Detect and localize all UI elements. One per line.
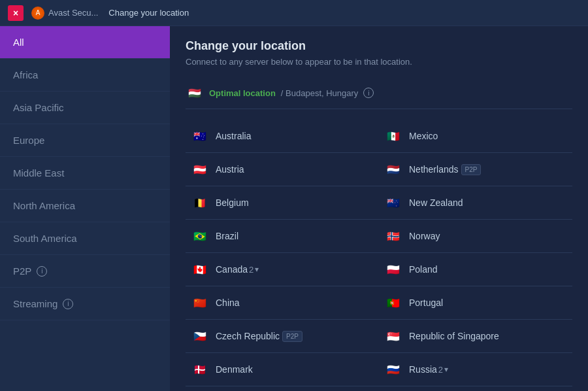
sidebar-item-all[interactable]: All [0, 26, 170, 59]
p2p-badge-czech-republic: P2P [282, 331, 302, 342]
location-item-czech-republic[interactable]: 🇨🇿Czech RepublicP2P [186, 320, 379, 353]
flag-austria: 🇦🇹 [191, 160, 209, 178]
sidebar-item-africa[interactable]: Africa [0, 59, 170, 92]
locations-grid: 🇦🇺Australia🇲🇽Mexico🇦🇹Austria🇳🇱Netherland… [186, 120, 572, 391]
location-name-row-czech-republic: Czech RepublicP2P [216, 331, 302, 342]
location-item-mexico[interactable]: 🇲🇽Mexico [379, 120, 572, 153]
flag-netherlands: 🇳🇱 [384, 160, 402, 178]
flag-denmark: 🇩🇰 [191, 360, 209, 379]
location-name-row-russia: Russia2 ▾ [409, 364, 448, 375]
location-item-portugal[interactable]: 🇵🇹Portugal [379, 286, 572, 320]
location-name-row-norway: Norway [409, 231, 440, 241]
sidebar-item-europe[interactable]: Europe [0, 124, 170, 157]
flag-poland: 🇵🇱 [384, 260, 402, 279]
flag-new-zealand: 🇳🇿 [384, 194, 402, 212]
location-item-belgium[interactable]: 🇧🇪Belgium [186, 186, 379, 220]
location-name-brazil: Brazil [216, 231, 238, 241]
location-name-singapore: Republic of Singapore [409, 331, 499, 341]
optimal-location-text: / Budapest, Hungary [281, 88, 359, 98]
location-name-row-canada: Canada2 ▾ [216, 264, 259, 275]
location-name-mexico: Mexico [409, 131, 438, 141]
location-name-row-singapore: Republic of Singapore [409, 331, 499, 341]
flag-singapore: 🇸🇬 [384, 327, 402, 345]
location-item-canada[interactable]: 🇨🇦Canada2 ▾ [186, 253, 379, 286]
location-name-row-belgium: Belgium [216, 197, 249, 208]
location-name-czech-republic: Czech Republic [216, 331, 280, 341]
sidebar-label-africa: Africa [13, 69, 38, 80]
location-name-row-china: China [216, 298, 240, 308]
location-name-row-portugal: Portugal [409, 298, 443, 308]
flag-china: 🇨🇳 [191, 294, 209, 312]
count-russia: 2 [438, 365, 443, 375]
location-item-singapore[interactable]: 🇸🇬Republic of Singapore [379, 320, 572, 353]
location-name-row-new-zealand: New Zealand [409, 197, 463, 208]
location-name-norway: Norway [409, 231, 440, 241]
close-button[interactable]: × [8, 5, 24, 21]
app-logo: A Avast Secu... [31, 7, 98, 20]
location-item-finland[interactable]: 🇫🇮Finland [186, 386, 379, 391]
count-canada: 2 [249, 265, 253, 275]
optimal-info-icon[interactable]: i [363, 88, 374, 98]
location-name-denmark: Denmark [216, 364, 253, 375]
location-name-new-zealand: New Zealand [409, 197, 463, 208]
flag-russia: 🇷🇺 [384, 360, 402, 379]
location-item-austria[interactable]: 🇦🇹Austria [186, 153, 379, 186]
flag-norway: 🇳🇴 [384, 227, 402, 245]
location-item-china[interactable]: 🇨🇳China [186, 286, 379, 320]
location-name-row-mexico: Mexico [409, 131, 438, 141]
sidebar-item-south-america[interactable]: South America [0, 222, 170, 255]
location-item-australia[interactable]: 🇦🇺Australia [186, 120, 379, 153]
title-bar: × A Avast Secu... Change your location [0, 0, 588, 26]
p2p-badge-netherlands: P2P [461, 164, 482, 175]
expand-icon-russia[interactable]: ▾ [444, 365, 448, 374]
location-item-norway[interactable]: 🇳🇴Norway [379, 220, 572, 253]
sidebar-item-streaming[interactable]: Streamingi [0, 288, 170, 320]
location-name-row-australia: Australia [216, 131, 251, 141]
sidebar-item-p2p[interactable]: P2Pi [0, 255, 170, 288]
flag-belgium: 🇧🇪 [191, 194, 209, 212]
sidebar-label-north-america: North America [13, 200, 75, 211]
location-item-brazil[interactable]: 🇧🇷Brazil [186, 220, 379, 253]
sidebar-label-asia-pacific: Asia Pacific [13, 102, 64, 113]
location-name-portugal: Portugal [409, 298, 443, 308]
location-name-row-brazil: Brazil [216, 231, 238, 241]
flag-australia: 🇦🇺 [191, 127, 209, 145]
flag-canada: 🇨🇦 [191, 260, 209, 279]
optimal-flag: 🇭🇺 [186, 84, 204, 102]
location-name-australia: Australia [216, 131, 251, 141]
location-name-austria: Austria [216, 164, 244, 175]
sidebar-label-streaming: Streaming [13, 298, 57, 309]
sidebar-label-p2p: P2P [13, 265, 31, 277]
sidebar-label-south-america: South America [13, 233, 77, 244]
content-area: Change your location Connect to any serv… [170, 26, 588, 391]
location-item-poland[interactable]: 🇵🇱Poland [379, 253, 572, 286]
location-name-belgium: Belgium [216, 197, 249, 208]
location-name-row-denmark: Denmark [216, 364, 253, 375]
location-item-russia[interactable]: 🇷🇺Russia2 ▾ [379, 353, 572, 386]
page-title: Change your location [186, 39, 572, 53]
location-name-poland: Poland [409, 264, 438, 275]
expand-icon-canada[interactable]: ▾ [255, 265, 259, 274]
sidebar-item-asia-pacific[interactable]: Asia Pacific [0, 92, 170, 124]
flag-brazil: 🇧🇷 [191, 227, 209, 245]
window-title: Change your location [108, 8, 189, 18]
flag-portugal: 🇵🇹 [384, 294, 402, 312]
sidebar-item-middle-east[interactable]: Middle East [0, 157, 170, 190]
sidebar-info-p2p[interactable]: i [37, 266, 47, 277]
sidebar: AllAfricaAsia PacificEuropeMiddle EastNo… [0, 26, 170, 391]
page-subtitle: Connect to any server below to appear to… [186, 57, 572, 67]
sidebar-item-north-america[interactable]: North America [0, 190, 170, 222]
location-name-row-austria: Austria [216, 164, 244, 175]
location-name-canada: Canada [216, 264, 248, 275]
location-name-row-poland: Poland [409, 264, 438, 275]
sidebar-info-streaming[interactable]: i [63, 299, 73, 309]
location-name-netherlands: Netherlands [409, 164, 459, 175]
location-name-russia: Russia [409, 364, 437, 375]
location-item-netherlands[interactable]: 🇳🇱NetherlandsP2P [379, 153, 572, 186]
optimal-location-row[interactable]: 🇭🇺 Optimal location / Budapest, Hungary … [186, 77, 572, 109]
location-item-new-zealand[interactable]: 🇳🇿New Zealand [379, 186, 572, 220]
app-icon: A [31, 7, 44, 20]
location-item-south-africa[interactable]: 🇿🇦South Africa [379, 386, 572, 391]
location-item-denmark[interactable]: 🇩🇰Denmark [186, 353, 379, 386]
location-name-china: China [216, 298, 240, 308]
